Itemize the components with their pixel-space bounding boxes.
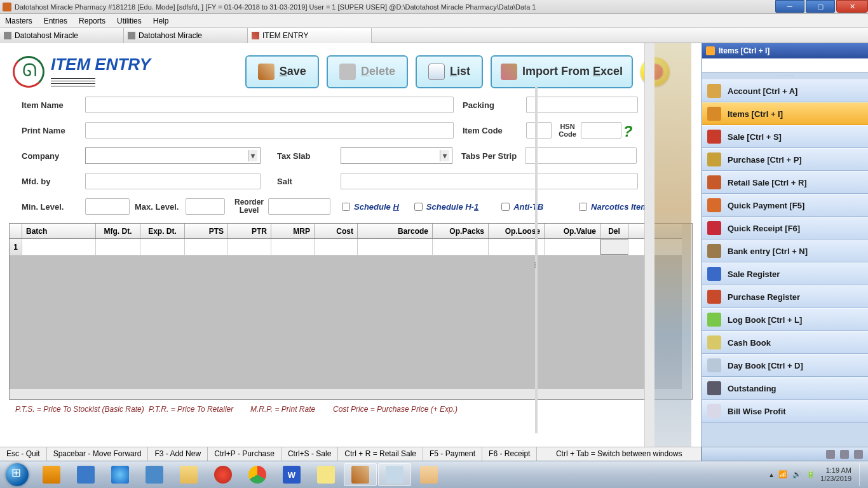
nav-item-1[interactable]: Items [Ctrl + I] (702, 102, 868, 125)
mfd-by-label: Mfd. by (22, 177, 85, 186)
min-level-input[interactable] (85, 198, 130, 215)
nav-label: Log Book [Ctrl + L] (728, 315, 802, 325)
print-name-input[interactable] (85, 122, 454, 139)
nav-label: Bank entry [Ctrl + N] (728, 247, 808, 256)
nav-item-8[interactable]: Sale Register (702, 262, 868, 285)
delete-row-button[interactable] (600, 239, 628, 255)
window-minimize-button[interactable]: ─ (775, 0, 804, 13)
notes-icon (317, 466, 335, 484)
nav-label: Purchase Register (728, 292, 800, 302)
footer-icon-3[interactable] (854, 450, 863, 459)
taskbar-paint[interactable] (412, 463, 445, 486)
taskbar-ie[interactable] (104, 463, 137, 486)
tray-battery-icon[interactable]: 🔋 (806, 470, 815, 479)
nav-label: Purchase [Ctrl + P] (728, 155, 802, 165)
save-button[interactable]: Save (245, 55, 319, 88)
main-vscrollbar[interactable] (644, 43, 654, 461)
nav-item-13[interactable]: Outstanding (702, 377, 868, 400)
hsn-code-input[interactable] (581, 122, 621, 139)
tab-item-entry[interactable]: ITEM ENTRY (248, 28, 372, 43)
item-name-input[interactable] (85, 97, 454, 113)
nav-icon (707, 267, 721, 281)
nav-item-12[interactable]: Day Book [Ctrl + D] (702, 354, 868, 377)
tray-speaker-icon[interactable]: 🔊 (792, 470, 801, 479)
salt-label: Salt (277, 177, 341, 186)
start-button[interactable] (0, 461, 34, 489)
book-icon (252, 32, 259, 39)
tabs-per-strip-input[interactable] (525, 147, 637, 164)
taskbar-vlc[interactable] (35, 463, 68, 486)
taskbar-opera[interactable] (207, 463, 240, 486)
taskbar-chrome[interactable] (241, 463, 274, 486)
nav-item-5[interactable]: Quick Payment [F5] (702, 194, 868, 217)
taskbar-pharmacy[interactable] (344, 463, 377, 486)
right-panel-search[interactable] (702, 58, 868, 72)
shortcut-esc: Esc - Quit (0, 447, 47, 461)
nav-icon (707, 290, 721, 304)
company-select[interactable] (85, 147, 261, 164)
taskbar-notes[interactable] (309, 463, 342, 486)
reorder-level-label: Reorder Level (230, 198, 268, 215)
packing-label: Packing (463, 100, 526, 110)
nav-item-10[interactable]: Log Book [Ctrl + L] (702, 308, 868, 331)
narcotics-checkbox[interactable]: Narcotics Item (579, 202, 648, 212)
nav-icon (707, 221, 721, 235)
help-icon[interactable]: ? (621, 123, 634, 138)
list-icon (428, 64, 445, 80)
paint-icon (420, 466, 438, 484)
shortcut-f6: F6 - Receipt (482, 447, 537, 461)
tray-chevron-icon[interactable]: ▴ (770, 470, 773, 479)
nav-icon (707, 152, 721, 166)
max-level-label: Max. Level. (135, 202, 186, 212)
nav-item-6[interactable]: Quick Receipt [F6] (702, 217, 868, 240)
panel-grip[interactable] (702, 72, 868, 79)
shortcut-ctrltab: Ctrl + Tab = Switch between windows (537, 447, 702, 461)
schedule-h1-checkbox[interactable]: Schedule H-1 (414, 202, 478, 212)
taskbar-app-1[interactable] (69, 463, 102, 486)
tray-clock[interactable]: 1:19 AM 1/23/2019 (820, 466, 854, 483)
delete-button[interactable]: Delete (327, 55, 408, 88)
nav-icon (707, 244, 721, 258)
reorder-level-input[interactable] (268, 198, 330, 215)
nav-item-11[interactable]: Cash Book (702, 331, 868, 354)
nav-item-9[interactable]: Purchase Register (702, 285, 868, 308)
salt-input[interactable] (341, 173, 638, 189)
footer-icon-2[interactable] (840, 450, 849, 459)
menu-utilities[interactable]: Utilities (117, 17, 142, 25)
taskbar-explorer[interactable] (172, 463, 205, 486)
import-excel-button[interactable]: Import From Excel (491, 55, 633, 88)
footer-icon-1[interactable] (826, 450, 835, 459)
tray-network-icon[interactable]: 📶 (778, 470, 787, 479)
list-button[interactable]: List (416, 55, 483, 88)
splitter-handle[interactable] (535, 86, 538, 433)
nav-item-2[interactable]: Sale [Ctrl + S] (702, 125, 868, 148)
taskbar-app-2[interactable] (138, 463, 171, 486)
window-maximize-button[interactable]: ▢ (806, 0, 835, 13)
menu-masters[interactable]: Masters (5, 17, 32, 25)
show-desktop-button[interactable] (859, 463, 864, 486)
nav-item-3[interactable]: Purchase [Ctrl + P] (702, 148, 868, 171)
nav-item-7[interactable]: Bank entry [Ctrl + N] (702, 240, 868, 262)
taskbar-word[interactable]: W (275, 463, 308, 486)
mfd-by-input[interactable] (85, 173, 261, 189)
shortcut-bar: Esc - Quit Spacebar - Move Forward F3 - … (0, 447, 702, 461)
menu-help[interactable]: Help (153, 17, 169, 25)
grid-row[interactable]: 1 (10, 239, 692, 255)
nav-item-4[interactable]: Retail Sale [Ctrl + R] (702, 171, 868, 194)
schedule-h-checkbox[interactable]: Schedule H (342, 202, 399, 212)
grid-hscrollbar[interactable] (10, 389, 692, 399)
nav-item-14[interactable]: Bill Wise Profit (702, 400, 868, 423)
packing-input[interactable] (526, 97, 638, 113)
tab-miracle-2[interactable]: Datotahost Miracle (124, 28, 248, 43)
max-level-input[interactable] (186, 198, 225, 215)
window-close-button[interactable]: ✕ (836, 0, 868, 13)
shortcut-ctrls: Ctrl+S - Sale (281, 447, 338, 461)
item-code-input[interactable] (526, 122, 552, 139)
nav-label: Cash Book (728, 338, 771, 348)
menu-entries[interactable]: Entries (44, 17, 67, 25)
tax-slab-select[interactable] (341, 147, 452, 164)
tab-miracle-1[interactable]: Datotahost Miracle (0, 28, 124, 43)
taskbar-snip[interactable] (378, 463, 411, 486)
nav-item-0[interactable]: Account [Ctrl + A] (702, 79, 868, 102)
menu-reports[interactable]: Reports (79, 17, 105, 25)
